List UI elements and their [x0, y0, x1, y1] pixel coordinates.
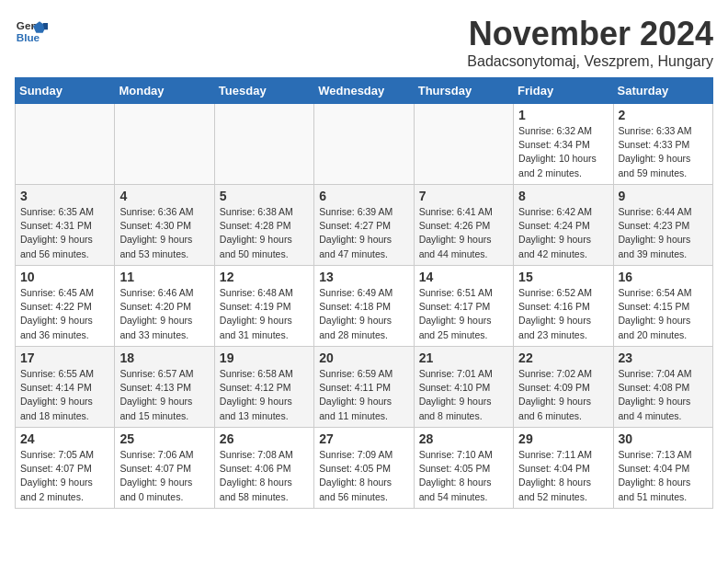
day-info: Sunrise: 6:54 AMSunset: 4:15 PMDaylight:… [619, 286, 708, 342]
day-cell-20: 20Sunrise: 6:59 AMSunset: 4:11 PMDayligh… [314, 347, 414, 428]
day-cell-16: 16Sunrise: 6:54 AMSunset: 4:15 PMDayligh… [613, 266, 712, 347]
day-cell-18: 18Sunrise: 6:57 AMSunset: 4:13 PMDayligh… [115, 347, 214, 428]
day-info: Sunrise: 6:49 AMSunset: 4:18 PMDaylight:… [319, 286, 408, 342]
day-number: 7 [419, 189, 508, 203]
day-cell-14: 14Sunrise: 6:51 AMSunset: 4:17 PMDayligh… [414, 266, 513, 347]
day-cell-23: 23Sunrise: 7:04 AMSunset: 4:08 PMDayligh… [613, 347, 712, 428]
day-cell-13: 13Sunrise: 6:49 AMSunset: 4:18 PMDayligh… [314, 266, 414, 347]
day-cell-22: 22Sunrise: 7:02 AMSunset: 4:09 PMDayligh… [514, 347, 613, 428]
day-cell-24: 24Sunrise: 7:05 AMSunset: 4:07 PMDayligh… [16, 428, 115, 509]
title-block: November 2024 Badacsonytomaj, Veszprem, … [467, 15, 713, 70]
day-number: 22 [518, 350, 608, 365]
day-cell-21: 21Sunrise: 7:01 AMSunset: 4:10 PMDayligh… [414, 347, 513, 428]
day-number: 4 [119, 189, 209, 203]
day-info: Sunrise: 7:05 AMSunset: 4:07 PMDaylight:… [20, 448, 109, 504]
day-info: Sunrise: 7:04 AMSunset: 4:08 PMDaylight:… [619, 367, 708, 423]
day-cell-5: 5Sunrise: 6:38 AMSunset: 4:28 PMDaylight… [214, 185, 313, 266]
weekday-header-friday: Friday [514, 78, 613, 104]
week-row-2: 3Sunrise: 6:35 AMSunset: 4:31 PMDaylight… [16, 185, 713, 266]
day-info: Sunrise: 6:38 AMSunset: 4:28 PMDaylight:… [220, 205, 309, 261]
weekday-header-saturday: Saturday [613, 78, 712, 104]
day-info: Sunrise: 7:11 AMSunset: 4:04 PMDaylight:… [518, 448, 608, 504]
day-number: 16 [619, 270, 708, 284]
day-number: 28 [419, 431, 508, 446]
week-row-5: 24Sunrise: 7:05 AMSunset: 4:07 PMDayligh… [16, 428, 713, 509]
weekday-header-thursday: Thursday [414, 78, 513, 104]
day-info: Sunrise: 6:55 AMSunset: 4:14 PMDaylight:… [20, 367, 109, 423]
day-info: Sunrise: 7:02 AMSunset: 4:09 PMDaylight:… [518, 367, 608, 423]
day-cell-12: 12Sunrise: 6:48 AMSunset: 4:19 PMDayligh… [214, 266, 313, 347]
page-header: General Blue November 2024 Badacsonytoma… [15, 15, 713, 70]
day-number: 18 [119, 350, 209, 365]
day-info: Sunrise: 6:51 AMSunset: 4:17 PMDaylight:… [419, 286, 508, 342]
day-cell-30: 30Sunrise: 7:13 AMSunset: 4:04 PMDayligh… [613, 428, 712, 509]
week-row-4: 17Sunrise: 6:55 AMSunset: 4:14 PMDayligh… [16, 347, 713, 428]
day-info: Sunrise: 6:59 AMSunset: 4:11 PMDaylight:… [319, 367, 408, 423]
day-cell-25: 25Sunrise: 7:06 AMSunset: 4:07 PMDayligh… [115, 428, 214, 509]
day-info: Sunrise: 6:44 AMSunset: 4:23 PMDaylight:… [619, 205, 708, 261]
day-info: Sunrise: 7:10 AMSunset: 4:05 PMDaylight:… [419, 448, 508, 504]
day-info: Sunrise: 6:42 AMSunset: 4:24 PMDaylight:… [518, 205, 608, 261]
day-number: 20 [319, 350, 408, 365]
day-info: Sunrise: 7:13 AMSunset: 4:04 PMDaylight:… [619, 448, 708, 504]
weekday-header-row: SundayMondayTuesdayWednesdayThursdayFrid… [16, 78, 713, 104]
day-cell-26: 26Sunrise: 7:08 AMSunset: 4:06 PMDayligh… [214, 428, 313, 509]
day-number: 19 [220, 350, 309, 365]
day-number: 12 [220, 270, 309, 284]
empty-cell [314, 104, 414, 185]
day-cell-1: 1Sunrise: 6:32 AMSunset: 4:34 PMDaylight… [514, 104, 613, 185]
day-info: Sunrise: 6:52 AMSunset: 4:16 PMDaylight:… [518, 286, 608, 342]
day-info: Sunrise: 6:35 AMSunset: 4:31 PMDaylight:… [20, 205, 109, 261]
day-cell-27: 27Sunrise: 7:09 AMSunset: 4:05 PMDayligh… [314, 428, 414, 509]
day-number: 13 [319, 270, 408, 284]
day-number: 6 [319, 189, 408, 203]
day-number: 9 [619, 189, 708, 203]
day-number: 23 [619, 350, 708, 365]
day-number: 30 [619, 431, 708, 446]
day-number: 26 [220, 431, 309, 446]
day-number: 8 [518, 189, 608, 203]
month-title: November 2024 [467, 15, 713, 53]
week-row-1: 1Sunrise: 6:32 AMSunset: 4:34 PMDaylight… [16, 104, 713, 185]
day-cell-3: 3Sunrise: 6:35 AMSunset: 4:31 PMDaylight… [16, 185, 115, 266]
weekday-header-sunday: Sunday [16, 78, 115, 104]
weekday-header-monday: Monday [115, 78, 214, 104]
day-cell-11: 11Sunrise: 6:46 AMSunset: 4:20 PMDayligh… [115, 266, 214, 347]
day-number: 29 [518, 431, 608, 446]
day-cell-28: 28Sunrise: 7:10 AMSunset: 4:05 PMDayligh… [414, 428, 513, 509]
day-cell-10: 10Sunrise: 6:45 AMSunset: 4:22 PMDayligh… [16, 266, 115, 347]
logo-icon: General Blue [15, 15, 48, 48]
day-info: Sunrise: 7:08 AMSunset: 4:06 PMDaylight:… [220, 448, 309, 504]
day-cell-9: 9Sunrise: 6:44 AMSunset: 4:23 PMDaylight… [613, 185, 712, 266]
day-cell-29: 29Sunrise: 7:11 AMSunset: 4:04 PMDayligh… [514, 428, 613, 509]
day-info: Sunrise: 6:58 AMSunset: 4:12 PMDaylight:… [220, 367, 309, 423]
day-number: 10 [20, 270, 109, 284]
weekday-header-tuesday: Tuesday [214, 78, 313, 104]
day-number: 25 [119, 431, 209, 446]
day-number: 3 [20, 189, 109, 203]
day-number: 14 [419, 270, 508, 284]
day-cell-7: 7Sunrise: 6:41 AMSunset: 4:26 PMDaylight… [414, 185, 513, 266]
day-number: 24 [20, 431, 109, 446]
day-info: Sunrise: 6:45 AMSunset: 4:22 PMDaylight:… [20, 286, 109, 342]
empty-cell [214, 104, 313, 185]
day-info: Sunrise: 7:09 AMSunset: 4:05 PMDaylight:… [319, 448, 408, 504]
day-number: 11 [119, 270, 209, 284]
day-number: 15 [518, 270, 608, 284]
day-info: Sunrise: 6:32 AMSunset: 4:34 PMDaylight:… [518, 124, 608, 180]
day-cell-15: 15Sunrise: 6:52 AMSunset: 4:16 PMDayligh… [514, 266, 613, 347]
day-number: 17 [20, 350, 109, 365]
day-info: Sunrise: 7:06 AMSunset: 4:07 PMDaylight:… [119, 448, 209, 504]
day-number: 21 [419, 350, 508, 365]
day-info: Sunrise: 6:33 AMSunset: 4:33 PMDaylight:… [619, 124, 708, 180]
day-number: 27 [319, 431, 408, 446]
weekday-header-wednesday: Wednesday [314, 78, 414, 104]
day-number: 1 [518, 108, 608, 122]
week-row-3: 10Sunrise: 6:45 AMSunset: 4:22 PMDayligh… [16, 266, 713, 347]
day-cell-6: 6Sunrise: 6:39 AMSunset: 4:27 PMDaylight… [314, 185, 414, 266]
day-number: 5 [220, 189, 309, 203]
day-cell-4: 4Sunrise: 6:36 AMSunset: 4:30 PMDaylight… [115, 185, 214, 266]
calendar-table: SundayMondayTuesdayWednesdayThursdayFrid… [15, 77, 713, 509]
location: Badacsonytomaj, Veszprem, Hungary [467, 53, 713, 70]
day-info: Sunrise: 6:48 AMSunset: 4:19 PMDaylight:… [220, 286, 309, 342]
